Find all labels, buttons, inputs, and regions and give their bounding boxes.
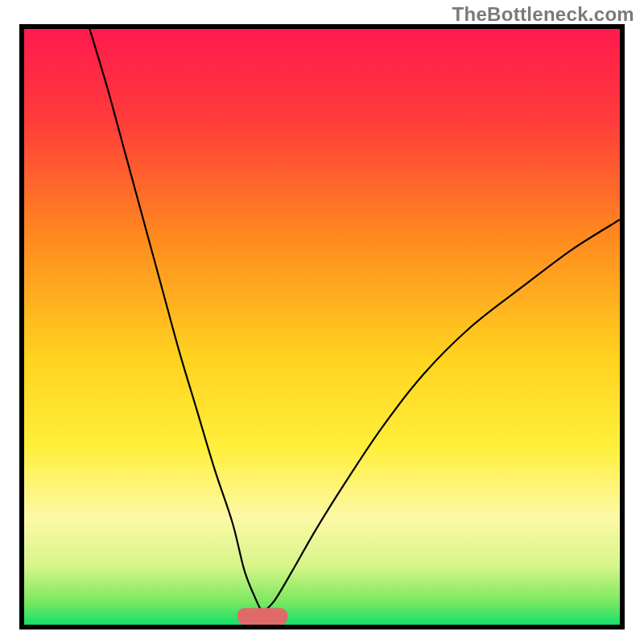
- plot-frame: [19, 24, 625, 630]
- plot-area: [24, 29, 620, 625]
- min-marker: [237, 608, 287, 625]
- gradient-background: [24, 29, 620, 625]
- watermark-text: TheBottleneck.com: [452, 3, 634, 26]
- bottleneck-chart: [24, 29, 620, 625]
